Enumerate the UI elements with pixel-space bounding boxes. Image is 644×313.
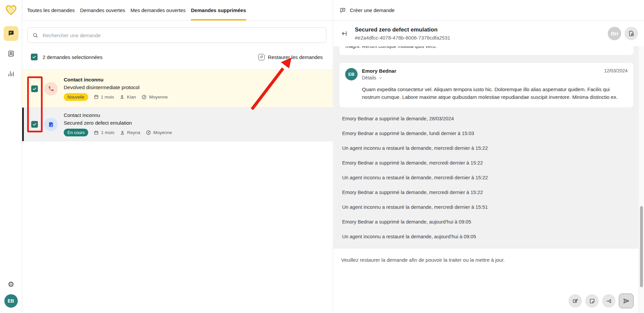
ticket-contact: Contact inconnu — [64, 112, 172, 118]
event-entry: Un agent inconnu a restauré la demande, … — [342, 204, 633, 210]
ticket-detail-panel: Créer une demande Secured zero defect em… — [333, 0, 644, 313]
status-badge: Nouvelle — [64, 93, 88, 101]
event-entry: Emory Bednar a supprimé la demande, lund… — [342, 131, 633, 136]
ticket-age: 1 mois — [94, 94, 114, 100]
event-entry: Un agent inconnu a restauré la demande, … — [342, 234, 633, 239]
scrollbar-thumb[interactable] — [640, 206, 643, 287]
tab-open-requests[interactable]: Demandes ouvertes — [80, 0, 125, 20]
ticket-checkbox[interactable] — [31, 85, 38, 92]
rail-bottom: ⚙ EB — [4, 281, 18, 313]
search-icon — [32, 32, 39, 39]
detail-header-right: RH — [608, 27, 638, 40]
settings-gear-icon[interactable]: ⚙ — [8, 281, 14, 288]
app-logo-heart-icon — [3, 3, 19, 17]
search-box[interactable] — [27, 27, 326, 43]
send-button[interactable] — [619, 294, 634, 308]
file-clock-icon — [628, 30, 635, 37]
selection-bar: 2 demandes selectionnées ↺ Restaurer les… — [22, 49, 333, 65]
detail-titles: Secured zero defect emulation #e2a4dfcc-… — [355, 26, 450, 41]
nav-contacts-icon[interactable] — [4, 46, 18, 61]
scrollbar-track[interactable] — [639, 21, 644, 313]
ticket-assignee: Kian — [119, 94, 136, 100]
message-author: Emory Bednar — [362, 68, 396, 74]
compose-edit-icon — [572, 298, 579, 304]
chevron-down-icon — [378, 76, 383, 80]
event-entry: Emory Bednar a supprimé la demande, aujo… — [342, 219, 633, 225]
tab-my-open-requests[interactable]: Mes demandes ouvertes — [130, 0, 185, 20]
message-date: 12/03/2024 — [604, 68, 628, 80]
event-entry: Un agent inconnu a restauré la demande, … — [342, 145, 633, 151]
nav-conversations-icon[interactable] — [4, 26, 18, 41]
ticket-meta: En cours 1 mois Reyna Moyenne — [64, 129, 172, 136]
message-card: EB Emory Bednar Détails 12/03/2024 Quam … — [339, 63, 633, 107]
ticket-subject: Devolved disintermediate protocol — [64, 84, 168, 90]
history-button[interactable] — [625, 27, 638, 40]
ticket-row[interactable]: Contact inconnu Secured zero defect emul… — [22, 108, 333, 141]
compose-button[interactable] — [569, 294, 582, 308]
user-avatar[interactable]: EB — [4, 294, 18, 308]
status-badge: En cours — [64, 129, 88, 136]
message-details-toggle[interactable]: Détails — [362, 75, 396, 80]
event-entry: Emory Bednar a supprimé la demande, 28/0… — [342, 116, 633, 121]
composer-actions — [569, 294, 634, 308]
clipped-message-card: magni. Rerum cumque mollitia quis vero. — [339, 46, 633, 55]
restore-trash-icon: ↺ — [258, 54, 265, 60]
message-plus-icon — [339, 7, 346, 14]
message-body: Quam expedita consectetur vel. Aliquam t… — [362, 85, 627, 101]
app: ⚙ EB Toutes les demandes Demandes ouvert… — [0, 0, 644, 313]
nav-reports-icon[interactable] — [4, 66, 18, 81]
note-icon — [589, 298, 595, 304]
back-arrow-icon[interactable] — [339, 28, 350, 39]
conversation-area: magni. Rerum cumque mollitia quis vero. … — [333, 46, 638, 248]
share-split-button[interactable] — [602, 294, 615, 308]
ticket-priority: Moyenne — [141, 94, 168, 100]
detail-header: Secured zero defect emulation #e2a4dfcc-… — [333, 21, 644, 46]
agent-avatar[interactable]: RH — [608, 27, 621, 40]
icon-rail: ⚙ EB — [0, 0, 22, 313]
message-author-block: Emory Bednar Détails — [362, 68, 396, 80]
note-button[interactable] — [585, 294, 599, 308]
ticket-title: Secured zero defect emulation — [355, 26, 450, 33]
event-entry: Un agent inconnu a restauré la demande, … — [342, 175, 633, 180]
search-input[interactable] — [43, 33, 321, 38]
composer-area: Veuillez restaurer la demande afin de po… — [333, 248, 638, 313]
event-entry: Emory Bednar a supprimé la demande, merc… — [342, 190, 633, 195]
clipped-message-text: magni. Rerum cumque mollitia quis vero. — [345, 46, 627, 49]
event-log: Emory Bednar a supprimé la demande, 28/0… — [342, 116, 633, 239]
tab-bar: Toutes les demandes Demandes ouvertes Me… — [22, 0, 333, 21]
ticket-content: Contact inconnu Devolved disintermediate… — [64, 72, 168, 106]
phone-channel-icon — [44, 82, 58, 96]
send-paper-plane-icon — [623, 297, 630, 305]
ticket-row[interactable]: Contact inconnu Devolved disintermediate… — [22, 70, 333, 108]
restore-requests-button[interactable]: ↺ Restaurer les demandes — [258, 54, 323, 60]
ticket-id: #e2a4dfcc-4078-478b-8006-7378cdfa2531 — [355, 35, 450, 41]
ticket-meta: Nouvelle 1 mois Kian Moyenne — [64, 93, 168, 101]
ticket-list-panel: Toutes les demandes Demandes ouvertes Me… — [22, 0, 333, 313]
event-entry: Emory Bednar a supprimé la demande, merc… — [342, 160, 633, 166]
ticket-age: 1 mois — [94, 130, 114, 135]
ticket-assignee: Reyna — [120, 130, 140, 135]
ticket-contact: Contact inconnu — [64, 77, 168, 82]
select-all-checkbox[interactable] — [31, 54, 38, 60]
message-header: EB Emory Bednar Détails 12/03/2024 — [345, 68, 628, 80]
ticket-content: Contact inconnu Secured zero defect emul… — [64, 108, 172, 141]
ticket-subject: Secured zero defect emulation — [64, 120, 172, 126]
sender-avatar: EB — [345, 68, 358, 80]
rail-nav — [4, 26, 18, 81]
ticket-priority: Moyenne — [146, 130, 172, 135]
detail-topbar: Créer une demande — [333, 0, 644, 21]
restore-notice: Veuillez restaurer la demande afin de po… — [341, 257, 638, 263]
form-channel-icon — [44, 118, 58, 131]
ticket-checkbox[interactable] — [31, 121, 38, 128]
selection-count-label: 2 demandes selectionnées — [43, 54, 102, 60]
tab-all-requests[interactable]: Toutes les demandes — [27, 0, 75, 20]
split-arrows-icon — [606, 298, 612, 304]
create-request-button[interactable]: Créer une demande — [339, 7, 394, 14]
ticket-rows: Contact inconnu Devolved disintermediate… — [22, 70, 333, 141]
tab-deleted-requests[interactable]: Demandes supprimées — [191, 0, 246, 20]
